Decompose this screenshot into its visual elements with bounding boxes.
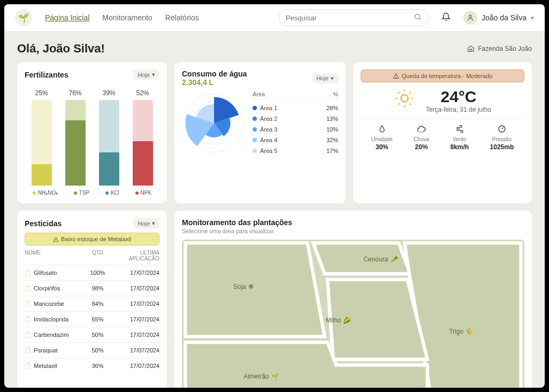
svg-line-16 (409, 92, 410, 93)
fertilizer-pct: 76% (68, 89, 81, 97)
nav-reports[interactable]: Relatórios (165, 13, 199, 22)
water-area-row[interactable]: Área 310% (253, 124, 338, 135)
farm-name: Fazenda São João (478, 45, 532, 52)
pesticide-row[interactable]: ⬚̀Carbendazim 50% 17/07/2024 (25, 327, 159, 342)
water-title: Consumo de água (182, 70, 247, 78)
pest-col-name: NOME (25, 250, 85, 262)
plot-label[interactable]: Cenoura🥕 (363, 256, 398, 263)
svg-line-21 (502, 127, 504, 129)
svg-line-12 (409, 104, 410, 105)
fertilizer-legend-item: NPK (135, 190, 152, 196)
plot-label[interactable]: Trigo🌾 (449, 328, 474, 335)
svg-line-1 (419, 18, 421, 20)
dashboard-grid: Fertilizantes Hoje ▾ 25% 76% 39% 52% NH₄… (4, 62, 545, 388)
weather-metric: Chuva 20% (414, 125, 429, 151)
period-label: Hoje (316, 75, 329, 81)
pesticide-row[interactable]: ⬚̀Metalaxil 36% 17/07/2024 (25, 358, 159, 373)
weather-date: Terça-feira, 31 de julho (426, 106, 491, 113)
spray-icon: ⬚̀ (25, 331, 30, 339)
plantations-map[interactable]: Cenoura🥕Soja❋Milho🌽Trigo🌾Almeirão🌱 (182, 240, 524, 388)
pesticides-period[interactable]: Hoje ▾ (133, 218, 159, 228)
water-area-header: Área (253, 91, 265, 97)
nav-monitoring[interactable]: Monitoramento (102, 13, 152, 22)
period-label: Hoje (138, 220, 150, 227)
gauge-icon (490, 125, 514, 135)
search-box[interactable] (279, 9, 429, 26)
app-frame: 🌱 Página Inicial Monitoramento Relatório… (4, 4, 545, 388)
chevron-down-icon: ▾ (331, 75, 334, 82)
temperature: 24°C (426, 88, 491, 106)
pesticide-row[interactable]: ⬚̀Clorpirifós 98% 17/07/2024 (25, 280, 159, 296)
fertilizer-bar[interactable]: 52% (129, 89, 156, 186)
water-area-row[interactable]: Área 432% (253, 135, 338, 145)
water-polar-chart (182, 91, 246, 155)
water-card: Consumo de água 2.304,4 L Hoje ▾ Ár (174, 62, 346, 203)
fertilizers-card: Fertilizantes Hoje ▾ 25% 76% 39% 52% NH₄… (17, 62, 167, 203)
weather-card: Queda de temperatura - Moderado 24°C Ter… (353, 62, 532, 203)
farm-selector[interactable]: Fazenda São João (467, 45, 532, 52)
crop-icon: 🌾 (466, 328, 474, 335)
chevron-down-icon: ▾ (152, 71, 155, 78)
pesticide-warning: Baixo estoque de Metalaxil (25, 233, 159, 245)
weather-metric: Umidade 30% (371, 125, 393, 151)
water-period[interactable]: Hoje ▾ (312, 73, 338, 83)
search-icon[interactable] (414, 13, 422, 22)
pesticide-row[interactable]: ⬚̀Paraquat 50% 17/07/2024 (25, 342, 159, 358)
plantations-title: Monitoramento das plantações (182, 218, 524, 227)
svg-line-15 (398, 104, 399, 105)
fertilizer-pct: 25% (35, 89, 48, 97)
weather-alert-text: Queda de temperatura - Moderado (402, 73, 493, 79)
spray-icon: ⬚̀ (25, 285, 30, 292)
fertilizer-legend: NH₄NO₃TSPKClNPK (25, 190, 159, 196)
chevron-down-icon: ▾ (152, 220, 155, 227)
spray-icon: ⬚̀ (25, 269, 30, 276)
fertilizer-bar[interactable]: 39% (96, 89, 123, 186)
fertilizer-legend-item: TSP (74, 190, 89, 196)
notifications-icon[interactable] (441, 12, 451, 24)
nav-home[interactable]: Página Inicial (45, 13, 89, 22)
weather-alert: Queda de temperatura - Moderado (361, 70, 524, 82)
plot-label[interactable]: Milho🌽 (326, 317, 352, 324)
svg-point-2 (469, 15, 472, 18)
topbar: 🌱 Página Inicial Monitoramento Relatório… (4, 4, 545, 31)
fertilizer-bar[interactable]: 25% (28, 89, 55, 186)
spray-icon: ⬚̀ (25, 316, 30, 323)
spray-icon: ⬚̀ (25, 300, 30, 308)
plantations-subtitle: Selecione uma área para visualizar (182, 228, 524, 234)
wind-icon (450, 125, 469, 135)
fertilizer-bar[interactable]: 76% (62, 89, 89, 186)
svg-line-11 (398, 92, 399, 93)
pesticide-row[interactable]: ⬚̀Glifosato 100% 17/07/2024 (25, 265, 159, 280)
period-label: Hoje (138, 72, 150, 78)
search-input[interactable] (286, 14, 409, 22)
pesticide-warning-text: Baixo estoque de Metalaxil (61, 236, 131, 242)
water-pct-header: % (333, 91, 338, 97)
sun-icon (394, 88, 415, 113)
fertilizers-period[interactable]: Hoje ▾ (133, 70, 159, 80)
water-area-row[interactable]: Área 517% (253, 145, 338, 156)
pesticide-row[interactable]: ⬚̀Imidacloprida 65% 17/07/2024 (25, 311, 159, 327)
fertilizers-title: Fertilizantes (25, 71, 68, 79)
app-logo[interactable]: 🌱 (15, 9, 32, 26)
plot-label[interactable]: Soja❋ (233, 283, 254, 290)
fertilizer-bars: 25% 76% 39% 52% (25, 84, 159, 186)
pest-col-date: ULTIMA APLICAÇÃO (111, 250, 159, 262)
plot-label[interactable]: Almeirão🌱 (243, 373, 279, 380)
rain-icon (414, 125, 429, 135)
weather-metrics: Umidade 30% Chuva 20% Vento 8km/h Pressã… (361, 119, 524, 151)
fertilizer-legend-item: NH₄NO₃ (33, 190, 58, 196)
plantations-card: Monitoramento das plantações Selecione u… (174, 211, 532, 388)
fertilizer-pct: 39% (102, 89, 115, 97)
user-menu[interactable]: João da Silva ▾ (463, 11, 534, 25)
spray-icon: ⬚̀ (25, 347, 30, 354)
weather-metric: Vento 8km/h (450, 125, 469, 151)
water-area-row[interactable]: Área 128% (253, 103, 338, 113)
pest-col-qty: QTD (85, 250, 111, 262)
water-area-row[interactable]: Área 213% (253, 113, 338, 124)
pesticide-row[interactable]: ⬚̀Mancozebe 84% 17/07/2024 (25, 296, 159, 311)
fertilizer-pct: 52% (136, 89, 149, 97)
fertilizer-legend-item: KCl (105, 190, 119, 196)
weather-metric: Pressão 1025mb (490, 125, 514, 151)
avatar (463, 11, 477, 25)
pesticides-card: Pesticidas Hoje ▾ Baixo estoque de Metal… (17, 211, 167, 388)
